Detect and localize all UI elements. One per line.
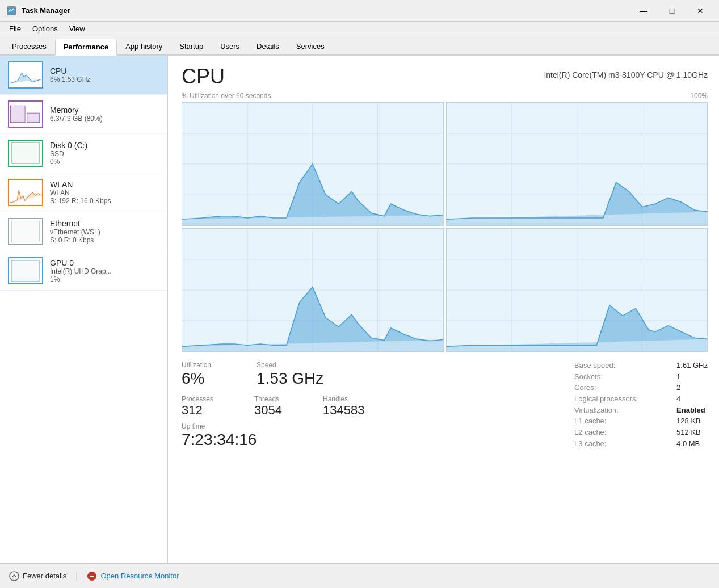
processes-value: 312 xyxy=(182,403,213,418)
spec-value-cores: 2 xyxy=(676,383,708,393)
speed-stat-label: Speed xyxy=(257,361,323,369)
spec-value-sockets: 1 xyxy=(676,372,708,383)
wlan-thumb xyxy=(8,179,43,206)
app-icon xyxy=(6,5,17,16)
sidebar-item-wlan[interactable]: WLAN WLAN S: 192 R: 16.0 Kbps xyxy=(0,173,167,212)
fewer-details-label: Fewer details xyxy=(23,572,66,580)
ethernet-info: Ethernet vEthernet (WSL) S: 0 R: 0 Kbps xyxy=(50,219,100,244)
svg-rect-5 xyxy=(11,221,40,242)
ethernet-name: vEthernet (WSL) xyxy=(50,228,100,236)
minimize-button[interactable]: — xyxy=(630,2,657,19)
tab-details[interactable]: Details xyxy=(248,37,288,54)
threads-label: Threads xyxy=(254,395,282,403)
tab-performance[interactable]: Performance xyxy=(55,39,117,56)
sidebar-item-cpu[interactable]: CPU 6% 1.53 GHz xyxy=(0,56,167,95)
tab-users[interactable]: Users xyxy=(212,37,248,54)
title-bar-left: Task Manager xyxy=(6,5,70,16)
specs-section: Base speed: 1.61 GHz Sockets: 1 Cores: 2… xyxy=(574,361,708,450)
uptime-value: 7:23:34:16 xyxy=(182,430,387,450)
svg-rect-3 xyxy=(27,113,40,123)
separator: | xyxy=(75,571,78,581)
spec-value-l3: 4.0 MB xyxy=(676,439,708,450)
svg-rect-2 xyxy=(10,106,25,122)
main-content: CPU 6% 1.53 GHz Memory 6.3/7.9 GB (80%) xyxy=(0,56,719,563)
disk-stats: 0% xyxy=(50,158,87,166)
spec-value-logical: 4 xyxy=(676,394,708,405)
cpu-info: CPU 6% 1.53 GHz xyxy=(50,66,90,83)
resource-monitor-label: Open Resource Monitor xyxy=(100,572,179,580)
memory-thumb xyxy=(8,100,43,128)
svg-rect-6 xyxy=(11,261,40,282)
left-stats: Utilization 6% Speed 1.53 GHz Processes … xyxy=(182,361,387,450)
sidebar-item-ethernet[interactable]: Ethernet vEthernet (WSL) S: 0 R: 0 Kbps xyxy=(0,212,167,251)
stats-specs-row: Utilization 6% Speed 1.53 GHz Processes … xyxy=(182,361,708,450)
memory-info: Memory 6.3/7.9 GB (80%) xyxy=(50,106,103,123)
maximize-button[interactable]: □ xyxy=(659,2,685,19)
utilization-stat-value: 6% xyxy=(182,369,211,388)
title-bar: Task Manager — □ ✕ xyxy=(0,0,719,22)
chart-bottom-left xyxy=(182,228,444,352)
resource-monitor-icon xyxy=(87,571,97,581)
tab-startup[interactable]: Startup xyxy=(171,37,212,54)
menu-view[interactable]: View xyxy=(64,23,91,34)
menu-options[interactable]: Options xyxy=(27,23,64,34)
spec-label-l2: L2 cache: xyxy=(574,428,676,438)
sidebar-item-memory[interactable]: Memory 6.3/7.9 GB (80%) xyxy=(0,95,167,134)
chart-bottom-right xyxy=(446,228,708,352)
chart-top-right xyxy=(446,102,708,226)
chevron-up-icon xyxy=(9,571,19,581)
spec-label-sockets: Sockets: xyxy=(574,372,676,383)
handles-stat: Handles 134583 xyxy=(323,395,364,418)
utilization-label: % Utilization over 60 seconds 100% xyxy=(182,92,708,100)
charts-grid xyxy=(182,102,708,352)
spec-label-virt: Virtualization: xyxy=(574,406,676,416)
open-resource-monitor-button[interactable]: Open Resource Monitor xyxy=(87,571,179,581)
spec-value-virt: Enabled xyxy=(676,406,708,416)
wlan-name: WLAN xyxy=(50,189,111,197)
fewer-details-button[interactable]: Fewer details xyxy=(9,571,66,581)
tab-bar: Processes Performance App history Startu… xyxy=(0,36,719,56)
ethernet-thumb xyxy=(8,218,43,245)
gpu-stats: 1% xyxy=(50,275,112,283)
spec-value-l2: 512 KB xyxy=(676,428,708,438)
spec-value-l1: 128 KB xyxy=(676,417,708,427)
cpu-stats: 6% 1.53 GHz xyxy=(50,75,90,83)
disk-info: Disk 0 (C:) SSD 0% xyxy=(50,141,87,166)
spec-label-cores: Cores: xyxy=(574,383,676,393)
wlan-label: WLAN xyxy=(50,180,111,189)
disk-label: Disk 0 (C:) xyxy=(50,141,87,150)
tab-app-history[interactable]: App history xyxy=(117,37,171,54)
gpu-label: GPU 0 xyxy=(50,258,112,267)
uptime-label: Up time xyxy=(182,422,387,430)
cpu-label: CPU xyxy=(50,66,90,75)
sidebar-item-disk[interactable]: Disk 0 (C:) SSD 0% xyxy=(0,134,167,173)
sidebar-item-gpu[interactable]: GPU 0 Intel(R) UHD Grap... 1% xyxy=(0,251,167,291)
memory-stats: 6.3/7.9 GB (80%) xyxy=(50,115,103,123)
menu-bar: File Options View xyxy=(0,22,719,36)
app-title: Task Manager xyxy=(22,6,70,15)
spec-label-l3: L3 cache: xyxy=(574,439,676,450)
sidebar: CPU 6% 1.53 GHz Memory 6.3/7.9 GB (80%) xyxy=(0,56,168,563)
processes-stat: Processes 312 xyxy=(182,395,213,418)
speed-stat-value: 1.53 GHz xyxy=(257,369,323,388)
cpu-panel-title: CPU xyxy=(182,65,225,89)
disk-type: SSD xyxy=(50,150,87,158)
bottom-bar: Fewer details | Open Resource Monitor xyxy=(0,563,719,588)
chart-top-left xyxy=(182,102,444,226)
threads-stat: Threads 3054 xyxy=(254,395,282,418)
wlan-info: WLAN WLAN S: 192 R: 16.0 Kbps xyxy=(50,180,111,205)
ethernet-stats: S: 0 R: 0 Kbps xyxy=(50,236,100,244)
spec-label-logical: Logical processors: xyxy=(574,394,676,405)
disk-thumb xyxy=(8,140,43,167)
gpu-info: GPU 0 Intel(R) UHD Grap... 1% xyxy=(50,258,112,283)
processes-label: Processes xyxy=(182,395,213,403)
ethernet-label: Ethernet xyxy=(50,219,100,228)
close-button[interactable]: ✕ xyxy=(687,2,713,19)
menu-file[interactable]: File xyxy=(3,23,27,34)
tab-processes[interactable]: Processes xyxy=(3,37,55,54)
spec-label-basespeed: Base speed: xyxy=(574,361,676,371)
cpu-model: Intel(R) Core(TM) m3-8100Y CPU @ 1.10GHz xyxy=(544,70,708,79)
memory-label: Memory xyxy=(50,106,103,115)
tab-services[interactable]: Services xyxy=(288,37,333,54)
gpu-thumb xyxy=(8,257,43,284)
